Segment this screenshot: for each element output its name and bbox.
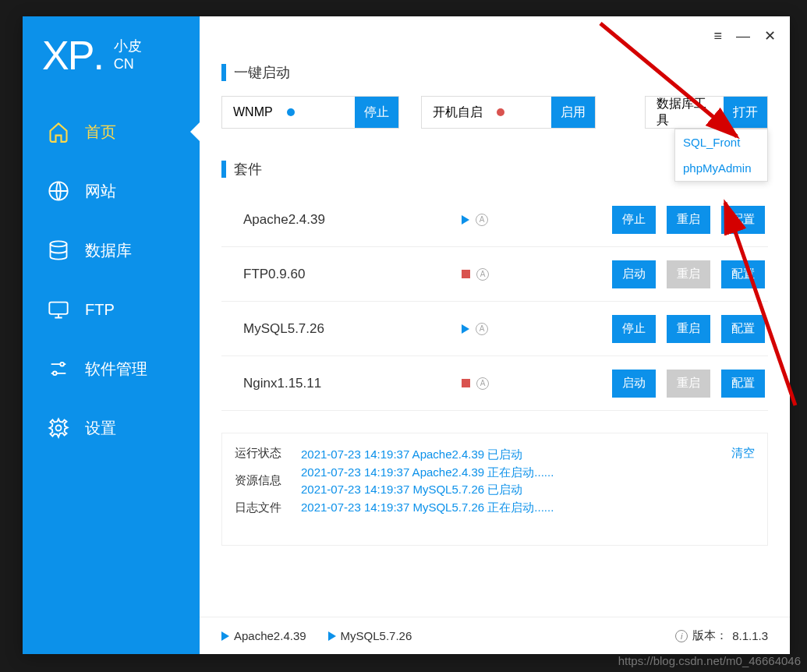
nav-database[interactable]: 数据库 — [23, 221, 200, 280]
version-info: i 版本： 8.1.1.3 — [675, 628, 768, 643]
close-button[interactable]: ✕ — [764, 27, 776, 44]
suite-status: A — [462, 214, 555, 226]
titlebar: ≡ — ✕ — [200, 16, 790, 55]
suite-name: FTP0.9.60 — [243, 267, 462, 282]
sidebar: XP . 小皮 CN 首页 网站 数据库 — [23, 16, 200, 654]
section-title: 一键启动 — [234, 63, 290, 82]
statusbar-item[interactable]: MySQL5.7.26 — [328, 629, 412, 642]
suite-配置-button[interactable]: 配置 — [721, 260, 765, 288]
suite-name: MySQL5.7.26 — [243, 321, 462, 337]
nav-label: 软件管理 — [85, 359, 147, 380]
suite-row: Apache2.4.39 A 停止重启配置 — [221, 193, 768, 247]
suite-name: Nginx1.15.11 — [243, 376, 462, 391]
suite-停止-button[interactable]: 停止 — [612, 206, 656, 234]
status-a-icon: A — [476, 323, 488, 335]
suite-重启-button[interactable]: 重启 — [667, 370, 710, 398]
suite-配置-button[interactable]: 配置 — [721, 370, 765, 398]
logo-cn: 小皮 CN — [114, 37, 142, 74]
home-icon — [46, 119, 71, 144]
logo-xp: XP — [42, 32, 93, 79]
suite-重启-button[interactable]: 重启 — [667, 315, 710, 343]
log-clear-button[interactable]: 清空 — [731, 446, 755, 461]
globe-icon — [46, 179, 71, 203]
minimize-button[interactable]: — — [736, 28, 750, 44]
wnmp-label: WNMP — [233, 105, 273, 119]
log-tab-status[interactable]: 运行状态 — [235, 446, 301, 461]
suite-重启-button[interactable]: 重启 — [667, 206, 710, 234]
db-tools-control: 数据库工具 打开 SQL_Front phpMyAdmin — [645, 96, 768, 129]
logo-dot: . — [93, 32, 104, 79]
quickstart-row: WNMP 停止 开机自启 启用 数据库工具 — [221, 96, 768, 129]
sliders-icon — [46, 356, 71, 381]
autostart-label: 开机自启 — [433, 104, 483, 121]
log-tab-logfile[interactable]: 日志文件 — [235, 500, 301, 515]
section-title: 套件 — [234, 160, 262, 179]
nav-settings[interactable]: 设置 — [23, 398, 200, 458]
status-dot-stopped — [497, 108, 504, 116]
nav-ftp[interactable]: FTP — [23, 280, 200, 339]
suite-启动-button[interactable]: 启动 — [612, 260, 656, 288]
suite-配置-button[interactable]: 配置 — [721, 315, 765, 343]
statusbar: Apache2.4.39 MySQL5.7.26 i 版本： 8.1.1.3 — [200, 617, 790, 654]
db-tools-dropdown: SQL_Front phpMyAdmin — [674, 129, 768, 182]
log-tabs: 运行状态 资源信息 日志文件 — [235, 446, 301, 532]
content: 一键启动 WNMP 停止 开机自启 启用 — [200, 55, 790, 617]
suite-启动-button[interactable]: 启动 — [612, 370, 656, 398]
db-tools-label: 数据库工具 — [657, 96, 713, 129]
nav-website[interactable]: 网站 — [23, 161, 200, 221]
autostart-control: 开机自启 启用 — [421, 96, 596, 129]
svg-point-3 — [60, 363, 64, 366]
nav-label: 设置 — [85, 418, 116, 439]
log-tab-resource[interactable]: 资源信息 — [235, 473, 301, 488]
log-line: 2021-07-23 14:19:37 MySQL5.7.26 正在启动....… — [301, 499, 755, 517]
svg-point-5 — [56, 426, 62, 431]
status-a-icon: A — [476, 268, 489, 281]
quickstart-header: 一键启动 — [221, 63, 768, 82]
nav-label: 首页 — [85, 122, 116, 143]
wnmp-control: WNMP 停止 — [221, 96, 399, 129]
autostart-enable-button[interactable]: 启用 — [551, 97, 595, 128]
suite-重启-button[interactable]: 重启 — [667, 260, 710, 288]
suite-row: MySQL5.7.26 A 停止重启配置 — [221, 302, 768, 356]
menu-icon[interactable]: ≡ — [713, 28, 722, 44]
status-a-icon: A — [476, 377, 489, 390]
stop-icon — [462, 270, 470, 278]
dropdown-phpmyadmin[interactable]: phpMyAdmin — [675, 155, 767, 181]
info-icon: i — [675, 630, 688, 642]
nav-label: 数据库 — [85, 240, 132, 261]
log-line: 2021-07-23 14:19:37 MySQL5.7.26 已启动 — [301, 481, 755, 499]
nav-home[interactable]: 首页 — [23, 102, 200, 161]
play-icon — [462, 215, 469, 225]
play-icon — [328, 631, 336, 641]
main-panel: ≡ — ✕ 一键启动 WNMP 停止 开机自启 — [200, 16, 790, 654]
nav-software[interactable]: 软件管理 — [23, 339, 200, 398]
statusbar-item[interactable]: Apache2.4.39 — [221, 629, 306, 642]
suite-buttons: 启动重启配置 — [612, 370, 765, 398]
app-window: XP . 小皮 CN 首页 网站 数据库 — [23, 16, 790, 654]
svg-point-4 — [53, 372, 57, 376]
suite-name: Apache2.4.39 — [243, 212, 462, 228]
gear-icon — [46, 416, 71, 440]
play-icon — [221, 631, 229, 641]
play-icon — [462, 324, 469, 334]
log-panel: 运行状态 资源信息 日志文件 2021-07-23 14:19:37 Apach… — [221, 433, 768, 546]
suite-停止-button[interactable]: 停止 — [612, 315, 656, 343]
watermark: https://blog.csdn.net/m0_46664046 — [618, 654, 801, 667]
monitor-icon — [46, 297, 71, 322]
db-tools-open-button[interactable]: 打开 — [724, 97, 767, 128]
suite-status: A — [462, 268, 555, 281]
stop-icon — [462, 379, 470, 387]
log-line: 2021-07-23 14:19:37 Apache2.4.39 已启动 — [301, 446, 755, 464]
suite-status: A — [462, 377, 555, 390]
wnmp-stop-button[interactable]: 停止 — [355, 97, 398, 128]
status-a-icon: A — [476, 214, 488, 226]
suite-buttons: 停止重启配置 — [612, 315, 765, 343]
suite-buttons: 停止重启配置 — [612, 206, 765, 234]
svg-point-1 — [51, 241, 67, 246]
svg-rect-2 — [49, 302, 67, 314]
dropdown-sqlfront[interactable]: SQL_Front — [675, 129, 767, 155]
suite-row: Nginx1.15.11 A 启动重启配置 — [221, 356, 768, 411]
suite-配置-button[interactable]: 配置 — [721, 206, 765, 234]
log-lines: 2021-07-23 14:19:37 Apache2.4.39 已启动2021… — [301, 446, 755, 532]
log-line: 2021-07-23 14:19:37 Apache2.4.39 正在启动...… — [301, 464, 755, 482]
